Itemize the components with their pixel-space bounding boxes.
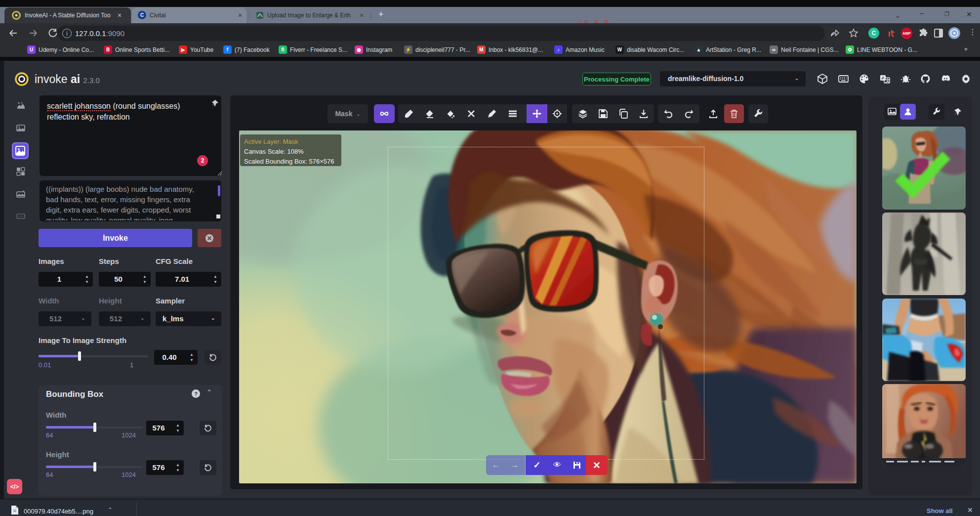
svg-text:A: A	[21, 101, 23, 104]
svg-text:文: 文	[885, 78, 890, 83]
